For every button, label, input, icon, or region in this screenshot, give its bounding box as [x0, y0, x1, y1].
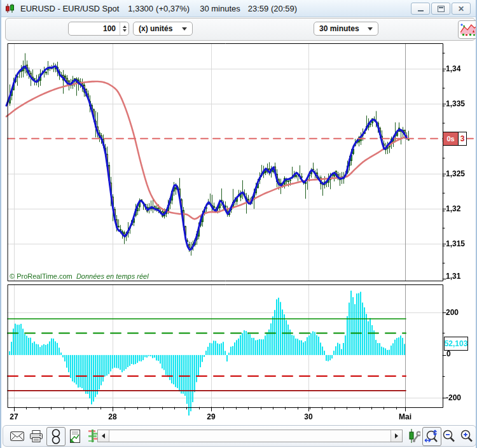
time-axis-label: 28 [108, 412, 116, 421]
price-axis-label: 1,335 [446, 100, 465, 108]
zoom-out-icon [442, 429, 456, 443]
copyright-note: © ProRealTime.com Données en temps réel [10, 272, 149, 280]
time-axis-label: Mai [399, 412, 411, 421]
settings-button[interactable] [405, 427, 423, 445]
indicator-zero-label: 0 [446, 349, 451, 358]
price-chart-canvas[interactable] [1, 0, 477, 425]
zoom-fit-button[interactable] [422, 427, 441, 446]
price-axis-label: 1,34 [446, 65, 460, 73]
envelope-icon [10, 431, 24, 441]
time-axis-label: 29 [207, 412, 215, 421]
application-window: EURUSD - EUR/USD Spot 1,3300 (+0,37%) 30… [0, 0, 477, 448]
price-axis-label: 1,315 [446, 240, 465, 248]
report-button[interactable] [66, 427, 84, 445]
chart-scrollbar[interactable] [97, 430, 403, 442]
print-button[interactable] [27, 427, 45, 445]
price-axis-label: 1,325 [446, 170, 465, 178]
zoom-out-button[interactable] [440, 427, 458, 445]
zoom-fit-icon [424, 429, 439, 444]
indicator-value-badge: 52,103 [444, 337, 468, 351]
indicator-axis-label: -200 [446, 394, 461, 402]
zoom-in-button[interactable] [458, 427, 476, 445]
binoculars-button[interactable] [46, 427, 66, 446]
arrow-left-icon [102, 433, 105, 438]
scroll-right-button[interactable] [391, 430, 402, 442]
printer-icon [29, 430, 43, 442]
time-axis-label: 27 [10, 412, 18, 421]
last-price-label: 3 [458, 132, 467, 146]
countdown-badge: 0s [443, 132, 459, 146]
scroll-left-button[interactable] [98, 430, 109, 442]
arrow-right-icon [395, 433, 398, 438]
chart-page-icon [69, 430, 81, 443]
binoculars-icon [52, 429, 60, 444]
email-button[interactable] [8, 427, 26, 445]
bottom-toolbar [3, 425, 476, 447]
zoom-in-icon [460, 429, 474, 443]
price-axis-label: 1,31 [446, 272, 460, 280]
time-axis-label: 30 [304, 412, 312, 421]
price-axis-label: 1,32 [446, 205, 460, 213]
indicator-axis-label: 200 [446, 309, 459, 316]
wrench-candle-icon [408, 429, 420, 443]
